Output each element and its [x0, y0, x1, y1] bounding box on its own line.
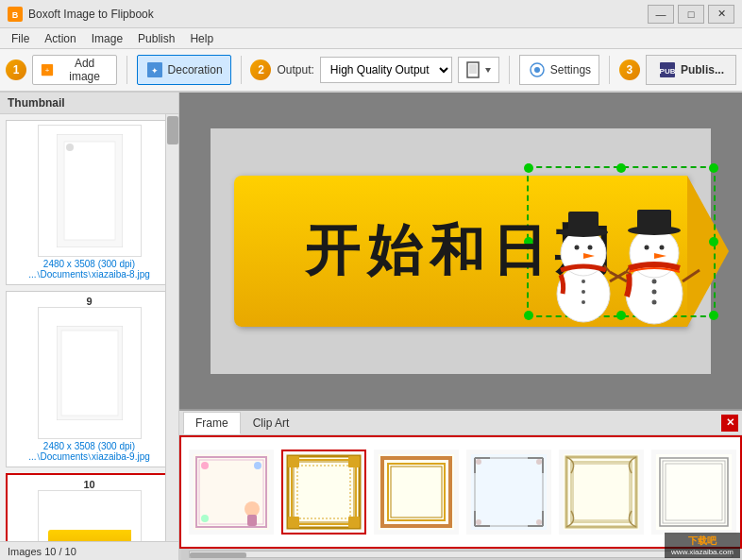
- thumb-image-8: [38, 125, 142, 257]
- add-image-label: Add image: [61, 57, 109, 83]
- svg-point-25: [582, 280, 585, 283]
- thumb-image-10: 开始和日期: [38, 490, 142, 541]
- handle-tm[interactable]: [616, 163, 626, 173]
- settings-icon: [528, 60, 547, 79]
- settings-button[interactable]: Settings: [519, 55, 599, 85]
- publish-label: Publis...: [681, 63, 724, 76]
- frame-svg-4: [471, 454, 547, 530]
- page-size-button[interactable]: [458, 57, 499, 83]
- output-select[interactable]: High Quality Output Medium Quality Low Q…: [320, 57, 452, 83]
- thumb-banner-text: 开始和日期: [68, 541, 110, 542]
- svg-line-43: [683, 270, 700, 281]
- svg-rect-14: [64, 142, 115, 240]
- step1-indicator: 1: [6, 59, 26, 80]
- thumb-info-9: 2480 x 3508 (300 dpi): [43, 441, 135, 451]
- svg-point-15: [66, 144, 74, 151]
- svg-point-40: [652, 299, 657, 304]
- frame-item-2[interactable]: [281, 450, 366, 535]
- svg-rect-48: [247, 515, 257, 526]
- bottom-tabs: Frame Clip Art ✕: [179, 411, 742, 435]
- settings-label: Settings: [550, 63, 591, 76]
- frame-item-4[interactable]: [466, 450, 551, 535]
- thumbnail-item-9[interactable]: 9 2480 x 3508 (300 dpi) ...⧵Documents⧵xi…: [6, 291, 173, 467]
- frame-item-1[interactable]: [189, 450, 274, 535]
- watermark-site: 下载吧: [668, 535, 736, 548]
- thumb-num-9: 9: [86, 296, 92, 307]
- menu-bar: File Action Image Publish Help: [0, 28, 742, 49]
- tab-frame[interactable]: Frame: [183, 412, 241, 434]
- window-controls: — □ ✕: [648, 5, 734, 24]
- dropdown-icon: [483, 65, 493, 75]
- publish-icon: PUB: [658, 60, 677, 79]
- thumb-info-8: 2480 x 3508 (300 dpi): [43, 259, 135, 269]
- sep4: [609, 56, 610, 84]
- svg-point-67: [476, 459, 481, 465]
- frame-svg-2: [286, 454, 362, 530]
- close-button[interactable]: ✕: [708, 5, 734, 24]
- svg-text:B: B: [12, 10, 19, 20]
- frame-item-3[interactable]: [374, 450, 459, 535]
- svg-point-50: [254, 462, 261, 469]
- menu-file[interactable]: File: [4, 30, 37, 47]
- minimize-button[interactable]: —: [648, 5, 674, 24]
- svg-point-68: [536, 459, 542, 465]
- menu-action[interactable]: Action: [37, 30, 83, 47]
- svg-point-22: [575, 245, 580, 249]
- thumb-num-10: 10: [83, 479, 94, 490]
- frame-item-6[interactable]: [651, 450, 736, 535]
- svg-rect-71: [564, 454, 639, 530]
- handle-tl[interactable]: [524, 163, 533, 173]
- app-title: Boxoft Image to Flipbook: [28, 8, 154, 21]
- publish-button[interactable]: PUB Publis...: [646, 55, 736, 85]
- svg-line-41: [610, 272, 627, 281]
- sep2: [241, 56, 242, 84]
- handle-bl[interactable]: [524, 311, 533, 320]
- frame-scrollbar[interactable]: [179, 549, 742, 560]
- frame-svg-1: [194, 454, 269, 530]
- watermark: 下载吧 www.xiazaiba.com: [665, 533, 740, 558]
- frame-list[interactable]: Broers...: [179, 435, 742, 549]
- svg-point-69: [476, 519, 481, 525]
- canvas-area: 开始和日期: [179, 93, 742, 560]
- handle-tr[interactable]: [709, 163, 718, 173]
- svg-point-36: [660, 245, 665, 249]
- svg-point-38: [652, 279, 657, 283]
- svg-rect-61: [379, 454, 454, 530]
- frame-svg-6: [656, 454, 732, 530]
- yellow-banner: 开始和日期: [234, 176, 687, 327]
- add-image-icon: +: [41, 60, 58, 79]
- svg-point-47: [245, 501, 260, 517]
- svg-point-51: [201, 515, 209, 522]
- frame-svg-3: [379, 454, 454, 530]
- svg-rect-34: [637, 210, 671, 232]
- thumbnail-item-10[interactable]: 10 开始和日期 591 x 177 (300 dpi) ...⧵Documen…: [6, 473, 173, 541]
- svg-point-70: [536, 519, 542, 525]
- step2-indicator: 2: [250, 59, 271, 80]
- canvas-main: 开始和日期: [179, 93, 742, 409]
- menu-publish[interactable]: Publish: [130, 30, 182, 47]
- add-image-button[interactable]: + Add image: [32, 55, 117, 85]
- bottom-close-button[interactable]: ✕: [721, 415, 738, 432]
- svg-rect-75: [656, 454, 732, 530]
- decoration-canvas[interactable]: 开始和日期: [211, 128, 711, 374]
- step3-indicator: 3: [619, 59, 640, 80]
- decoration-icon: ✦: [145, 60, 164, 79]
- tab-clip-art[interactable]: Clip Art: [241, 412, 302, 434]
- svg-point-49: [201, 462, 209, 469]
- frame-item-5[interactable]: [559, 450, 644, 535]
- status-bar: Images 10 / 10: [0, 541, 178, 560]
- svg-marker-8: [485, 68, 491, 73]
- decoration-button[interactable]: ✦ Decoration: [137, 55, 231, 85]
- app-icon: B: [8, 7, 23, 22]
- menu-help[interactable]: Help: [182, 30, 221, 47]
- menu-image[interactable]: Image: [84, 30, 130, 47]
- thumb-path-9: ...⧵Documents⧵xiazaiba-9.jpg: [28, 451, 150, 463]
- thumbnail-item-8[interactable]: 2480 x 3508 (300 dpi) ...⧵Documents⧵xiaz…: [6, 120, 173, 285]
- svg-point-23: [588, 245, 593, 249]
- toolbar: 1 + Add image ✦ Decoration 2 Output: Hig…: [0, 49, 742, 93]
- page-size-icon: [464, 60, 483, 79]
- title-bar: B Boxoft Image to Flipbook — □ ✕: [0, 0, 742, 28]
- thumbnail-list[interactable]: 2480 x 3508 (300 dpi) ...⧵Documents⧵xiaz…: [0, 114, 178, 541]
- watermark-url: www.xiazaiba.com: [668, 548, 736, 556]
- maximize-button[interactable]: □: [678, 5, 704, 24]
